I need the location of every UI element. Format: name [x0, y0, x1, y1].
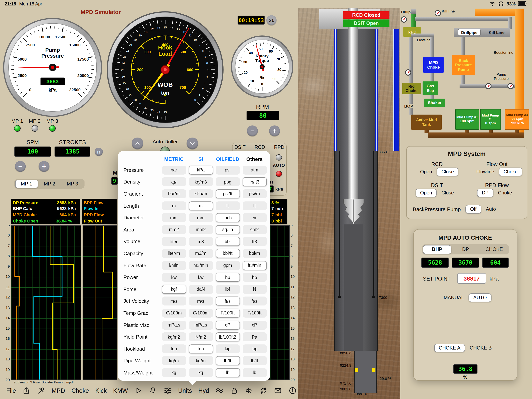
choke-select-a[interactable]: CHOKE A — [434, 344, 465, 352]
rpm-increase-button[interactable]: + — [269, 125, 280, 136]
rpm-decrease-button[interactable]: − — [247, 125, 258, 136]
unit-option[interactable]: m — [189, 201, 213, 210]
unit-option[interactable]: ft — [215, 201, 240, 210]
unit-option[interactable]: bbl — [215, 237, 240, 246]
mpd-system-option[interactable]: Close — [437, 167, 459, 176]
unit-option[interactable]: psi — [215, 166, 240, 174]
gas-sep-box[interactable]: Gas Sep — [423, 81, 438, 95]
unit-option[interactable]: ppg — [215, 178, 240, 187]
active-mud-tank-box[interactable]: Active Mud Tank — [411, 115, 442, 130]
mpd-system-option[interactable]: Choke — [493, 189, 517, 197]
toolbar-choke[interactable]: Choke — [71, 387, 89, 394]
unit-option[interactable]: lb/ft — [242, 356, 266, 365]
unit-option[interactable]: cP — [215, 321, 240, 329]
unit-option[interactable]: l/min — [162, 261, 186, 270]
unit-option[interactable]: Pa — [242, 332, 266, 341]
unit-option[interactable]: mPa.s — [189, 321, 213, 329]
tools-icon[interactable] — [37, 386, 45, 395]
unit-option[interactable]: lb — [242, 368, 266, 377]
bpp-option[interactable]: Auto — [481, 205, 500, 213]
sliders-icon[interactable] — [164, 386, 172, 395]
unit-option[interactable]: N/m2 — [189, 332, 213, 341]
unit-option[interactable]: kg/m — [162, 356, 186, 365]
mpd-system-option[interactable]: Flowline — [472, 167, 499, 176]
unit-option[interactable]: daN — [189, 285, 213, 294]
unit-option[interactable]: C/100m — [162, 309, 186, 318]
unit-option[interactable]: mm — [189, 213, 213, 222]
unit-option[interactable]: liter/m — [162, 249, 186, 258]
drillpipe-mode-button[interactable]: Drillpipe — [458, 29, 481, 36]
tab-rpd[interactable]: RPD — [274, 145, 284, 150]
unit-option[interactable]: m3/min — [189, 261, 213, 270]
unit-option[interactable]: psi/ft — [215, 189, 240, 198]
unit-option[interactable]: lbf — [215, 285, 240, 294]
unit-option[interactable]: N — [242, 285, 266, 294]
mpd-system-option[interactable]: DP — [477, 189, 493, 197]
mail-icon[interactable] — [274, 386, 282, 395]
unit-option[interactable]: kPa — [189, 166, 213, 174]
unit-option[interactable]: bbl/m — [242, 249, 266, 258]
mode-option-auto[interactable]: AUTO — [469, 293, 492, 302]
unit-option[interactable]: cm2 — [242, 225, 266, 234]
back-pressure-pump-box[interactable]: Back Pressure Pump — [452, 55, 475, 75]
unit-option[interactable]: cP — [242, 321, 266, 329]
mp-tab-2[interactable]: MP 2 — [38, 180, 61, 188]
toolbar-units[interactable]: Units — [178, 387, 192, 394]
mpd-system-option[interactable]: Open — [415, 189, 437, 197]
unit-option[interactable]: kg/m2 — [162, 332, 186, 341]
spm-decrease-button[interactable]: − — [15, 161, 26, 172]
tab-dsit[interactable]: DSIT — [234, 145, 246, 150]
auto-driller-down-button[interactable] — [187, 138, 198, 149]
unit-option[interactable]: ton — [162, 344, 186, 353]
unit-option[interactable]: kw — [162, 273, 186, 282]
tab-rcd[interactable]: RCD — [254, 145, 265, 150]
unit-option[interactable]: bar — [162, 166, 186, 174]
spm-increase-button[interactable]: + — [38, 161, 50, 172]
toolbar-kmw[interactable]: KMW — [113, 387, 128, 394]
play-icon[interactable] — [134, 386, 143, 395]
unit-option[interactable]: cm — [242, 213, 266, 222]
unit-option[interactable]: F/100ft — [215, 309, 240, 318]
mpd-system-option[interactable]: Choke — [499, 167, 522, 176]
unit-option[interactable]: lb — [215, 368, 240, 377]
toolbar-mpd[interactable]: MPD — [52, 387, 65, 394]
unit-option[interactable]: liter — [162, 237, 186, 246]
bpp-option[interactable]: Off — [465, 205, 481, 213]
info-icon[interactable] — [289, 386, 297, 395]
unit-option[interactable]: ft — [242, 201, 266, 210]
toolbar-hyd[interactable]: Hyd — [198, 387, 209, 394]
unit-option[interactable]: atm — [242, 166, 266, 174]
unit-option[interactable]: bar/m — [162, 189, 186, 198]
shaker-box[interactable]: Shaker — [424, 99, 445, 107]
unit-option[interactable]: kgf — [162, 285, 186, 294]
toolbar-kick[interactable]: Kick — [95, 387, 107, 394]
unit-option[interactable]: ton — [189, 344, 213, 353]
unit-option[interactable]: kPa/m — [189, 189, 213, 198]
unit-option[interactable]: kg — [162, 368, 186, 377]
unit-option[interactable]: kip — [215, 344, 240, 353]
unit-option[interactable]: m — [162, 201, 186, 210]
strokes-reset-button[interactable]: R — [95, 148, 103, 156]
mp-tab-1[interactable]: MP 1 — [15, 180, 38, 188]
unit-option[interactable]: mm2 — [189, 225, 213, 234]
mp-tab-3[interactable]: MP 3 — [61, 180, 84, 188]
toolbar-file[interactable]: File — [6, 387, 16, 394]
unit-option[interactable]: kg/m3 — [189, 178, 213, 187]
auto-choke-tab-bhp[interactable]: BHP — [423, 245, 451, 254]
choke-select-b[interactable]: CHOKE B — [465, 344, 496, 352]
waves-icon[interactable] — [215, 386, 224, 395]
mpd-system-option[interactable]: Close — [437, 189, 459, 197]
unit-option[interactable]: ft3/min — [242, 261, 266, 270]
unit-option[interactable]: C/100m — [189, 309, 213, 318]
repeat-icon[interactable] — [259, 386, 267, 395]
speed-multiplier-button[interactable]: x1 — [266, 15, 277, 25]
unit-option[interactable]: hp — [242, 273, 266, 282]
unit-option[interactable]: mPa.s — [162, 321, 186, 329]
mpd-choke-box[interactable]: MPD Choke — [423, 57, 443, 73]
unit-option[interactable]: psi/m — [242, 189, 266, 198]
unit-option[interactable]: kip — [242, 344, 266, 353]
unit-option[interactable]: ft/s — [242, 297, 266, 306]
unit-option[interactable]: inch — [215, 213, 240, 222]
unit-option[interactable]: kg/l — [162, 178, 186, 187]
unit-option[interactable]: lb/ft3 — [242, 178, 266, 187]
